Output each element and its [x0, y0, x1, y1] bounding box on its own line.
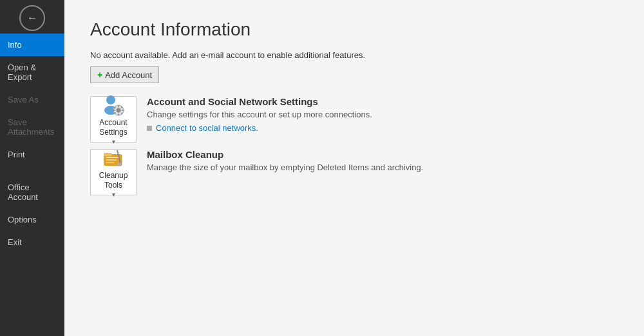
account-settings-card: Account Settings ▾ Account and Social Ne…: [90, 96, 618, 143]
svg-rect-5: [118, 114, 119, 115]
notice-text: No account available. Add an e-mail acco…: [90, 50, 618, 60]
account-settings-icon: [102, 94, 125, 117]
mailbox-cleanup-desc: Manage the size of your mailbox by empty…: [147, 163, 618, 172]
svg-point-18: [117, 163, 122, 166]
add-account-button[interactable]: + Add Account: [90, 66, 159, 83]
back-button[interactable]: ←: [19, 5, 45, 31]
bullet-icon: [147, 126, 152, 131]
cleanup-tools-dropdown-arrow: ▾: [112, 191, 115, 198]
svg-rect-13: [104, 153, 112, 156]
account-settings-title: Account and Social Network Settings: [147, 96, 618, 107]
mailbox-cleanup-card: Cleanup Tools ▾ Mailbox Cleanup Manage t…: [90, 149, 618, 195]
account-settings-dropdown-arrow: ▾: [112, 138, 115, 145]
sidebar-item-options[interactable]: Options: [0, 208, 64, 231]
sidebar-item-save-as: Save As: [0, 88, 64, 111]
connect-social-label[interactable]: Connect to social networks.: [156, 123, 258, 133]
cleanup-tools-icon: [102, 146, 125, 170]
plus-icon: +: [97, 70, 102, 80]
sidebar: ← InfoOpen & ExportSave AsSave Attachmen…: [0, 0, 64, 336]
svg-rect-6: [113, 110, 115, 112]
cleanup-tools-label: Cleanup Tools ▾: [93, 171, 133, 199]
svg-point-3: [117, 108, 121, 113]
account-settings-icon-box[interactable]: Account Settings ▾: [90, 96, 137, 143]
sidebar-item-print[interactable]: Print: [0, 143, 64, 166]
svg-point-0: [106, 95, 115, 104]
sidebar-item-open-export[interactable]: Open & Export: [0, 56, 64, 88]
svg-rect-4: [118, 105, 119, 107]
cleanup-tools-svg: [102, 146, 125, 170]
sidebar-item-office-account[interactable]: Office Account: [0, 176, 64, 208]
account-settings-sub-item: Connect to social networks.: [147, 123, 618, 133]
back-icon: ←: [27, 12, 37, 24]
mailbox-cleanup-text: Mailbox Cleanup Manage the size of your …: [147, 149, 618, 176]
svg-rect-7: [122, 110, 124, 112]
svg-rect-14: [106, 157, 119, 158]
account-settings-text: Account and Social Network Settings Chan…: [147, 96, 618, 133]
cleanup-tools-icon-box[interactable]: Cleanup Tools ▾: [90, 149, 137, 195]
account-settings-desc: Change settings for this account or set …: [147, 110, 618, 119]
add-account-label: Add Account: [105, 70, 152, 80]
page-title: Account Information: [90, 19, 618, 40]
sidebar-item-exit[interactable]: Exit: [0, 231, 64, 253]
sidebar-item-info[interactable]: Info: [0, 34, 64, 56]
sidebar-item-save-attachments: Save Attachments: [0, 111, 64, 143]
svg-rect-16: [106, 162, 114, 163]
account-settings-svg: [102, 94, 125, 117]
svg-rect-15: [106, 159, 117, 161]
mailbox-cleanup-title: Mailbox Cleanup: [147, 149, 618, 160]
account-settings-label: Account Settings ▾: [93, 118, 133, 146]
main-content: Account Information No account available…: [64, 0, 644, 336]
